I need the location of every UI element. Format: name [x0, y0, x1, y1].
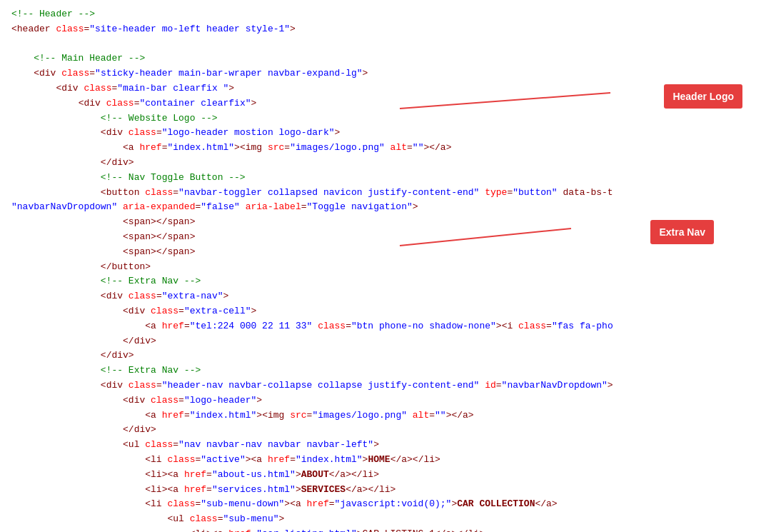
code-line: <span></span>: [11, 215, 760, 230]
code-line: <button class="navbar-toggler collapsed …: [11, 186, 760, 201]
annotation-extra-nav: Extra Nav: [650, 220, 714, 244]
code-line: <div class="container clearfix">: [11, 96, 760, 111]
code-line: <div class="logo-header">: [11, 393, 760, 408]
code-line: <div class="logo-header mostion logo-dar…: [11, 126, 760, 141]
code-line: <span></span>: [11, 230, 760, 245]
code-line: </div>: [11, 334, 760, 349]
code-line: </button>: [11, 260, 760, 275]
code-line: <a href="tel:224 000 22 11 33" class="bt…: [11, 319, 760, 334]
code-line: <a href="index.html"><img src="images/lo…: [11, 141, 760, 156]
code-line: <a href="index.html"><img src="images/lo…: [11, 408, 760, 423]
code-line: </div>: [11, 156, 760, 171]
code-line: <ul class="nav navbar-nav navbar navbar-…: [11, 438, 760, 453]
code-line: <div class="extra-nav">: [11, 289, 760, 304]
code-container: <!-- Header --><header class="site-heade…: [0, 0, 771, 532]
code-line: <!-- Website Logo -->: [11, 111, 760, 126]
code-line: <div class="header-nav navbar-collapse c…: [11, 378, 760, 393]
code-line: <div class="extra-cell">: [11, 304, 760, 319]
code-line: <li><a href="about-us.html">ABOUT</a></l…: [11, 468, 760, 483]
annotation-header-logo: Header Logo: [664, 84, 742, 109]
code-line: <header class="site-header mo-left heade…: [11, 22, 760, 37]
code-line: <!-- Header -->: [11, 7, 760, 22]
code-line: <!-- Extra Nav -->: [11, 363, 760, 378]
code-line: <!-- Main Header -->: [11, 51, 760, 66]
code-line: [11, 37, 760, 52]
code-line: "navbarNavDropdown" aria-expanded="false…: [11, 200, 760, 215]
code-line: <li><a href="services.html">SERVICES</a>…: [11, 483, 760, 498]
code-line: <li><a href="car-listing.html">CAR LISTI…: [11, 527, 760, 532]
code-line: </div>: [11, 423, 760, 438]
code-line: <!-- Nav Toggle Button -->: [11, 171, 760, 186]
code-line: <ul class="sub-menu">: [11, 512, 760, 527]
code-line: <li class="sub-menu-down"><a href="javas…: [11, 497, 760, 512]
code-line: <!-- Extra Nav -->: [11, 274, 760, 289]
code-lines: <!-- Header --><header class="site-heade…: [11, 7, 760, 532]
code-line: <span></span>: [11, 245, 760, 260]
code-line: </div>: [11, 348, 760, 363]
code-line: <li class="active"><a href="index.html">…: [11, 453, 760, 468]
code-line: <div class="sticky-header main-bar-wrape…: [11, 66, 760, 81]
code-line: <div class="main-bar clearfix ">: [11, 81, 760, 96]
